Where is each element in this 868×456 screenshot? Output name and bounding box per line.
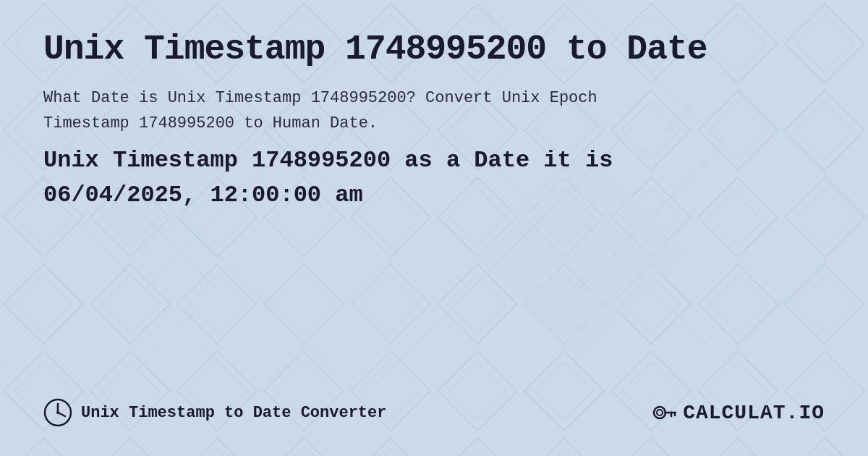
footer-converter-link[interactable]: Unix Timestamp to Date Converter (43, 398, 386, 427)
logo-text: CALCULAT.IO (683, 402, 825, 424)
logo-icon (651, 400, 677, 426)
svg-point-26 (657, 410, 663, 415)
footer-label: Unix Timestamp to Date Converter (81, 404, 386, 422)
clock-icon (43, 398, 72, 427)
result-line2: 06/04/2025, 12:00:00 am (43, 182, 363, 208)
result-line1: Unix Timestamp 1748995200 as a Date it i… (43, 147, 613, 174)
page-description: What Date is Unix Timestamp 1748995200? … (43, 85, 694, 136)
footer: Unix Timestamp to Date Converter CALCULA… (43, 384, 825, 427)
result-text: Unix Timestamp 1748995200 as a Date it i… (43, 143, 825, 213)
calculat-logo[interactable]: CALCULAT.IO (651, 400, 825, 426)
svg-point-25 (654, 407, 665, 418)
page-title: Unix Timestamp 1748995200 to Date (43, 29, 825, 71)
result-section: Unix Timestamp 1748995200 as a Date it i… (43, 143, 825, 213)
description-line1: What Date is Unix Timestamp 1748995200? … (43, 89, 597, 107)
description-line2: Timestamp 1748995200 to Human Date. (43, 114, 378, 132)
svg-point-24 (56, 411, 59, 414)
